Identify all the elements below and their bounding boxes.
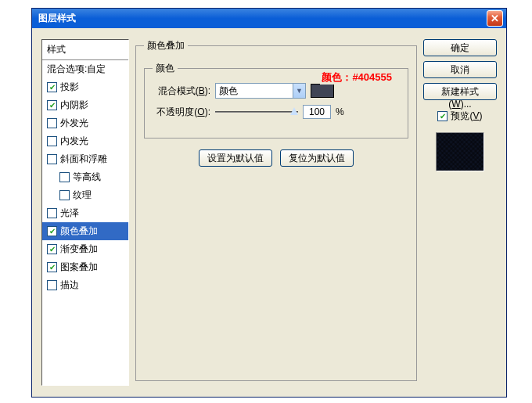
right-column: 确定 取消 新建样式(W)... 预览(V) [423,39,497,386]
style-item-label: 内发光 [60,135,88,148]
chevron-down-icon: ▼ [293,84,305,98]
style-item-label: 颜色叠加 [60,225,98,238]
style-item-label: 光泽 [60,207,79,220]
style-checkbox[interactable] [47,100,57,110]
style-checkbox[interactable] [47,136,57,146]
opacity-unit: % [336,106,344,117]
style-list: 样式 混合选项:自定 投影内阴影外发光内发光斜面和浮雕等高线纹理光泽颜色叠加渐变… [41,39,129,386]
style-item-1[interactable]: 内阴影 [42,96,128,114]
preview-checkbox[interactable] [437,111,448,121]
style-checkbox[interactable] [47,154,57,164]
main-panel: 颜色叠加 颜色 颜色：#404555 混合模式(B): 颜色 ▼ 不透明度(O)… [135,39,417,386]
dialog-body: 样式 混合选项:自定 投影内阴影外发光内发光斜面和浮雕等高线纹理光泽颜色叠加渐变… [32,28,506,397]
style-checkbox[interactable] [47,118,57,128]
style-checkbox[interactable] [47,208,57,218]
style-item-label: 外发光 [60,117,88,130]
opacity-input[interactable] [303,105,331,119]
ok-button[interactable]: 确定 [423,39,497,56]
preview-label: 预览(V) [451,110,482,123]
style-item-label: 描边 [60,279,79,292]
style-checkbox[interactable] [47,244,57,254]
style-checkbox[interactable] [59,172,70,182]
style-item-11[interactable]: 描边 [42,276,128,294]
style-item-label: 投影 [60,81,79,94]
effect-group: 颜色叠加 颜色 颜色：#404555 混合模式(B): 颜色 ▼ 不透明度(O)… [135,39,417,381]
opacity-label: 不透明度(O): [153,106,210,119]
style-item-6[interactable]: 纹理 [42,186,128,204]
opacity-slider[interactable] [215,106,298,118]
style-item-10[interactable]: 图案叠加 [42,258,128,276]
style-item-label: 图案叠加 [60,261,98,274]
titlebar[interactable]: 图层样式 ✕ [32,9,506,28]
style-checkbox[interactable] [47,262,57,272]
style-item-8[interactable]: 颜色叠加 [42,222,128,240]
reset-default-button[interactable]: 复位为默认值 [280,149,354,167]
style-checkbox[interactable] [47,280,57,290]
new-style-button[interactable]: 新建样式(W)... [423,83,497,100]
style-item-label: 渐变叠加 [60,243,98,256]
style-item-label: 纹理 [73,189,92,202]
style-checkbox[interactable] [59,190,70,200]
color-swatch[interactable] [311,84,334,98]
style-item-label: 内阴影 [60,99,88,112]
style-item-label: 等高线 [73,171,101,184]
color-group: 颜色 颜色：#404555 混合模式(B): 颜色 ▼ 不透明度(O): [144,62,408,139]
blend-options-row[interactable]: 混合选项:自定 [42,60,128,78]
blend-mode-label: 混合模式(B): [153,85,210,98]
style-item-2[interactable]: 外发光 [42,114,128,132]
style-item-7[interactable]: 光泽 [42,204,128,222]
preview-thumbnail [436,132,484,171]
blend-mode-value: 颜色 [219,85,238,98]
cancel-button[interactable]: 取消 [423,61,497,78]
layer-style-dialog: 图层样式 ✕ 样式 混合选项:自定 投影内阴影外发光内发光斜面和浮雕等高线纹理光… [31,8,507,398]
style-item-3[interactable]: 内发光 [42,132,128,150]
dialog-title: 图层样式 [38,12,76,25]
style-item-label: 斜面和浮雕 [60,153,107,166]
style-list-header: 样式 [42,40,128,60]
effect-group-legend: 颜色叠加 [144,39,188,52]
style-item-5[interactable]: 等高线 [42,168,128,186]
color-group-legend: 颜色 [153,62,178,75]
style-item-0[interactable]: 投影 [42,78,128,96]
style-checkbox[interactable] [47,226,57,236]
close-button[interactable]: ✕ [487,10,503,27]
set-default-button[interactable]: 设置为默认值 [199,149,272,167]
style-item-4[interactable]: 斜面和浮雕 [42,150,128,168]
slider-thumb[interactable] [290,107,298,115]
close-icon: ✕ [491,13,499,24]
color-annotation: 颜色：#404555 [320,70,394,85]
blend-mode-select[interactable]: 颜色 ▼ [215,83,306,99]
preview-toggle[interactable]: 预览(V) [437,110,482,123]
style-checkbox[interactable] [47,82,57,92]
style-item-9[interactable]: 渐变叠加 [42,240,128,258]
